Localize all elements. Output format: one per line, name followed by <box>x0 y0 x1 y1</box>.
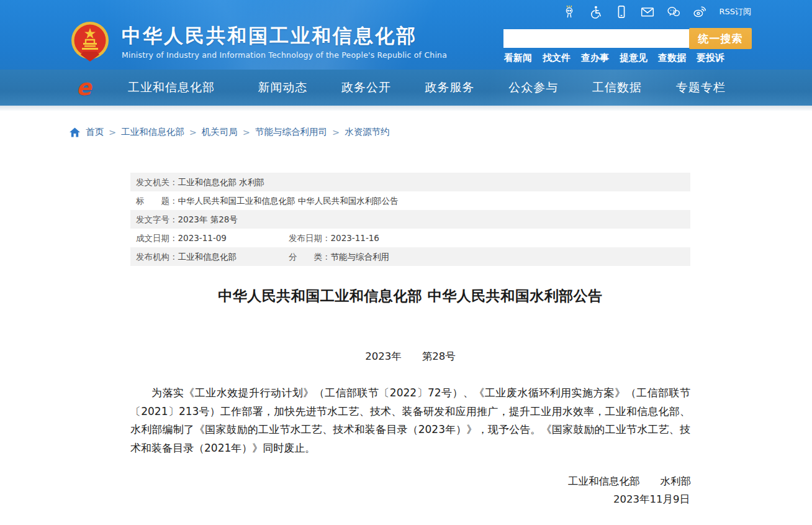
breadcrumb-water-conservation[interactable]: 水资源节约 <box>345 126 390 138</box>
quick-link-services[interactable]: 查办事 <box>581 52 609 64</box>
article-date: 2023年11月9日 <box>130 493 690 506</box>
meta-value-category: 节能与综合利用 <box>331 247 390 266</box>
nav-item-data[interactable]: 工信数据 <box>575 80 659 96</box>
search-bar: 统一搜索 <box>503 29 752 49</box>
wechat-icon[interactable] <box>667 5 680 19</box>
breadcrumb-departments[interactable]: 机关司局 <box>202 126 238 138</box>
article-paragraph: 为落实《工业水效提升行动计划》（工信部联节〔2022〕72号）、《工业废水循环利… <box>130 384 690 457</box>
nav-item-gov-services[interactable]: 政务服务 <box>408 80 492 96</box>
breadcrumb-miit[interactable]: 工业和信息化部 <box>121 126 184 138</box>
meta-value-issuing-agency: 工业和信息化部 水利部 <box>178 173 264 191</box>
meta-value-publisher: 工业和信息化部 <box>178 247 237 266</box>
rss-subscribe-link[interactable]: RSS订阅 <box>719 6 751 17</box>
nav-item-special-topics[interactable]: 专题专栏 <box>659 80 742 96</box>
meta-label-written-date: 成文日期： <box>136 229 178 247</box>
meta-label-publisher: 发布机构： <box>136 247 178 266</box>
meta-value-title: 中华人民共和国工业和信息化部 中华人民共和国水利部公告 <box>178 191 399 210</box>
breadcrumb-separator: > <box>332 127 340 137</box>
nav-bottom-strip <box>0 106 812 111</box>
mobile-icon[interactable] <box>615 5 628 19</box>
nav-item-gov-info[interactable]: 政务公开 <box>325 80 408 96</box>
national-emblem-icon <box>70 21 111 63</box>
article-title: 中华人民共和国工业和信息化部 中华人民共和国水利部公告 <box>130 286 690 306</box>
breadcrumb-energy-dept[interactable]: 节能与综合利用司 <box>255 126 327 138</box>
breadcrumb-home[interactable]: 首页 <box>86 126 104 138</box>
topbar: RSS订阅 <box>562 4 751 20</box>
accessibility-icon[interactable] <box>589 5 602 19</box>
meta-label-publish-date: 发布日期： <box>289 229 331 247</box>
meta-value-doc-number: 2023年 第28号 <box>178 210 238 229</box>
meta-label-doc-number: 发文字号： <box>136 210 178 229</box>
quick-link-complaint[interactable]: 要投诉 <box>697 52 724 64</box>
search-input[interactable] <box>503 29 690 48</box>
main-nav: e 工业和信息化部 新闻动态 政务公开 政务服务 公众参与 工信数据 专题专栏 <box>0 70 812 106</box>
table-row: 发布机构： 工业和信息化部 分 类： 节能与综合利用 <box>130 247 690 266</box>
document-meta-table: 发文机关： 工业和信息化部 水利部 标 题： 中华人民共和国工业和信息化部 中华… <box>130 173 690 266</box>
nav-item-public-participation[interactable]: 公众参与 <box>492 80 575 96</box>
search-button[interactable]: 统一搜索 <box>689 28 752 49</box>
breadcrumb-separator: > <box>189 127 197 137</box>
quick-link-news[interactable]: 看新闻 <box>504 52 532 64</box>
nav-item-news[interactable]: 新闻动态 <box>241 80 325 96</box>
quick-link-feedback[interactable]: 提意见 <box>620 52 647 64</box>
mascot-icon[interactable] <box>562 5 576 19</box>
article-signature: 工业和信息化部 水利部 <box>130 475 691 488</box>
table-row: 标 题： 中华人民共和国工业和信息化部 中华人民共和国水利部公告 <box>130 191 690 210</box>
quick-link-files[interactable]: 找文件 <box>543 52 571 64</box>
meta-label-category: 分 类： <box>289 247 331 266</box>
mail-icon[interactable] <box>641 5 654 19</box>
table-row: 发文字号： 2023年 第28号 <box>130 210 690 229</box>
article-doc-number: 2023年 第28号 <box>130 350 690 363</box>
breadcrumb: 首页 > 工业和信息化部 > 机关司局 > 节能与综合利用司 > 水资源节约 <box>70 126 390 138</box>
site-logo[interactable]: 中华人民共和国工业和信息化部 Ministry of Industry and … <box>70 21 447 63</box>
table-row: 发文机关： 工业和信息化部 水利部 <box>130 173 690 191</box>
page: RSS订阅 中华人民共和国工业和信息化部 Ministry of Industr… <box>0 0 812 525</box>
home-icon[interactable] <box>70 127 81 137</box>
miit-e-logo-icon: e <box>70 75 98 100</box>
meta-value-publish-date: 2023-11-16 <box>331 229 379 247</box>
nav-item-miit[interactable]: 工业和信息化部 <box>109 80 241 96</box>
meta-label-issuing-agency: 发文机关： <box>136 173 178 191</box>
breadcrumb-separator: > <box>109 127 116 137</box>
quick-link-data[interactable]: 查数据 <box>658 52 686 64</box>
site-subtitle: Ministry of Industry and Information Tec… <box>122 50 447 60</box>
site-title: 中华人民共和国工业和信息化部 <box>122 24 447 47</box>
meta-value-written-date: 2023-11-09 <box>178 229 227 247</box>
weibo-icon[interactable] <box>693 5 706 19</box>
meta-label-title: 标 题： <box>136 191 178 210</box>
site-header: RSS订阅 中华人民共和国工业和信息化部 Ministry of Industr… <box>0 0 812 70</box>
breadcrumb-separator: > <box>243 127 250 137</box>
quick-links: 看新闻 找文件 查办事 提意见 查数据 要投诉 <box>504 52 724 64</box>
table-row: 成文日期： 2023-11-09 发布日期： 2023-11-16 <box>130 229 690 247</box>
